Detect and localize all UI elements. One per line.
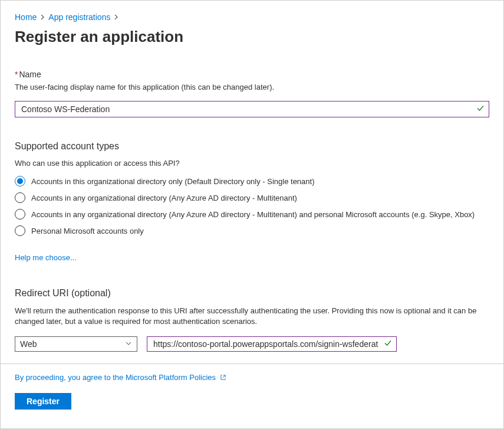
register-button[interactable]: Register xyxy=(15,393,71,410)
platform-policies-link[interactable]: By proceeding, you agree to the Microsof… xyxy=(15,373,226,382)
name-input[interactable] xyxy=(15,101,489,117)
chevron-down-icon xyxy=(125,339,132,349)
chevron-right-icon xyxy=(114,13,118,21)
breadcrumb: Home App registrations xyxy=(15,12,489,22)
page-title: Register an application xyxy=(15,28,489,46)
chevron-right-icon xyxy=(40,13,45,21)
radio-option-personal-only[interactable]: Personal Microsoft accounts only xyxy=(15,225,489,236)
name-help-text: The user-facing display name for this ap… xyxy=(15,83,489,91)
account-types-title: Supported account types xyxy=(15,141,489,152)
divider xyxy=(1,363,503,364)
radio-icon xyxy=(15,192,25,203)
radio-option-multitenant-personal[interactable]: Accounts in any organizational directory… xyxy=(15,209,489,220)
external-link-icon xyxy=(220,374,226,382)
redirect-uri-title: Redirect URI (optional) xyxy=(15,288,489,299)
radio-icon xyxy=(15,209,25,220)
radio-label: Accounts in any organizational directory… xyxy=(31,210,475,219)
name-label: *Name xyxy=(15,70,489,79)
required-star-icon: * xyxy=(15,70,18,79)
radio-label: Accounts in this organizational director… xyxy=(31,177,315,186)
redirect-uri-input[interactable] xyxy=(147,336,397,352)
account-types-question: Who can use this application or access t… xyxy=(15,159,489,168)
breadcrumb-home-link[interactable]: Home xyxy=(15,12,37,22)
radio-icon xyxy=(15,176,25,186)
radio-option-single-tenant[interactable]: Accounts in this organizational director… xyxy=(15,176,489,186)
platform-select-value: Web xyxy=(20,339,125,349)
platform-select[interactable]: Web xyxy=(15,336,137,352)
radio-icon xyxy=(15,225,25,236)
radio-label: Personal Microsoft accounts only xyxy=(31,227,144,235)
radio-option-multitenant[interactable]: Accounts in any organizational directory… xyxy=(15,192,489,203)
help-me-choose-link[interactable]: Help me choose... xyxy=(15,253,77,262)
radio-label: Accounts in any organizational directory… xyxy=(31,194,297,202)
breadcrumb-app-registrations-link[interactable]: App registrations xyxy=(48,12,110,22)
redirect-uri-help-text: We'll return the authentication response… xyxy=(15,306,489,327)
